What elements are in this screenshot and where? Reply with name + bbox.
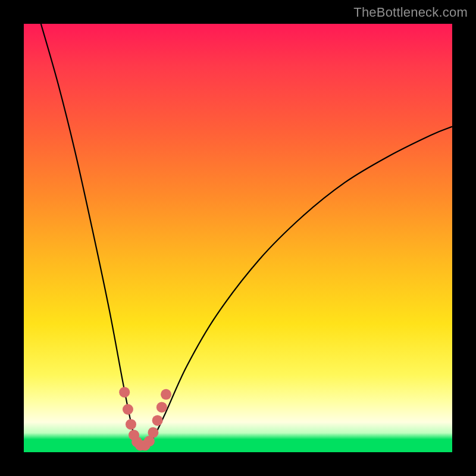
sweet-spot-marker: [152, 415, 163, 426]
sweet-spot-marker: [148, 427, 158, 438]
sweet-spot-marker: [119, 387, 130, 397]
plot-area: [24, 24, 452, 452]
sweet-spot-markers: [119, 387, 171, 450]
chart-frame: TheBottleneck.com: [0, 0, 476, 476]
sweet-spot-marker: [126, 419, 136, 430]
watermark-text: TheBottleneck.com: [353, 5, 468, 20]
sweet-spot-marker: [156, 402, 167, 412]
sweet-spot-marker: [123, 404, 133, 415]
bottleneck-curve: [41, 24, 452, 447]
sweet-spot-marker: [161, 389, 171, 400]
chart-svg: [24, 24, 452, 452]
